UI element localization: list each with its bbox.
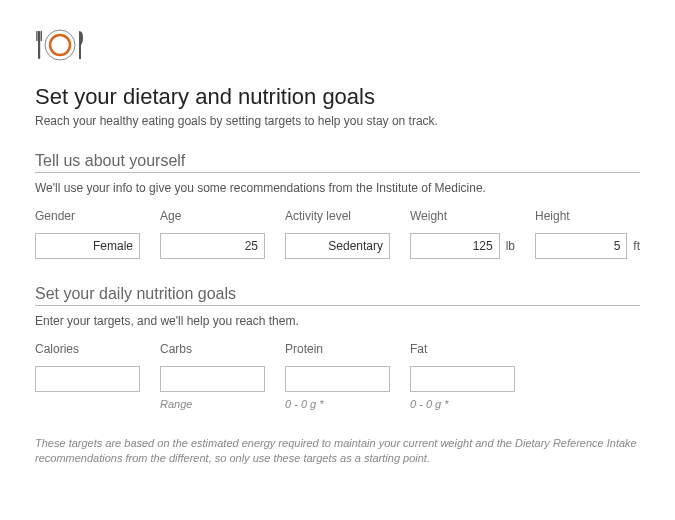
svg-rect-3 [41,31,42,41]
height-input[interactable] [535,233,627,259]
section-goals-desc: Enter your targets, and we'll help you r… [35,314,640,328]
carbs-input[interactable] [160,366,265,392]
fat-label: Fat [410,342,515,356]
goals-row: Calories Carbs Range Protein 0 - 0 g * F… [35,342,640,410]
divider [35,305,640,306]
age-label: Age [160,209,265,223]
height-label: Height [535,209,640,223]
calories-label: Calories [35,342,140,356]
calories-input[interactable] [35,366,140,392]
height-unit: ft [633,239,640,253]
plate-fork-knife-icon [35,25,640,69]
activity-input[interactable] [285,233,390,259]
fat-input[interactable] [410,366,515,392]
protein-label: Protein [285,342,390,356]
weight-input[interactable] [410,233,500,259]
section-about-desc: We'll use your info to give you some rec… [35,181,640,195]
divider [35,172,640,173]
carbs-label: Carbs [160,342,265,356]
activity-label: Activity level [285,209,390,223]
gender-label: Gender [35,209,140,223]
carbs-hint: Range [160,398,265,410]
svg-rect-1 [36,31,37,41]
weight-unit: lb [506,239,515,253]
weight-label: Weight [410,209,515,223]
gender-input[interactable] [35,233,140,259]
about-row: Gender Age Activity level Weight lb Heig… [35,209,640,259]
svg-rect-2 [38,31,39,41]
protein-hint: 0 - 0 g * [285,398,390,410]
page-subtitle: Reach your healthy eating goals by setti… [35,114,640,128]
footnote: These targets are based on the estimated… [35,436,640,467]
fat-hint: 0 - 0 g * [410,398,515,410]
age-input[interactable] [160,233,265,259]
page-title: Set your dietary and nutrition goals [35,84,640,110]
svg-point-5 [50,35,70,55]
section-goals-heading: Set your daily nutrition goals [35,285,640,303]
section-about-heading: Tell us about yourself [35,152,640,170]
protein-input[interactable] [285,366,390,392]
